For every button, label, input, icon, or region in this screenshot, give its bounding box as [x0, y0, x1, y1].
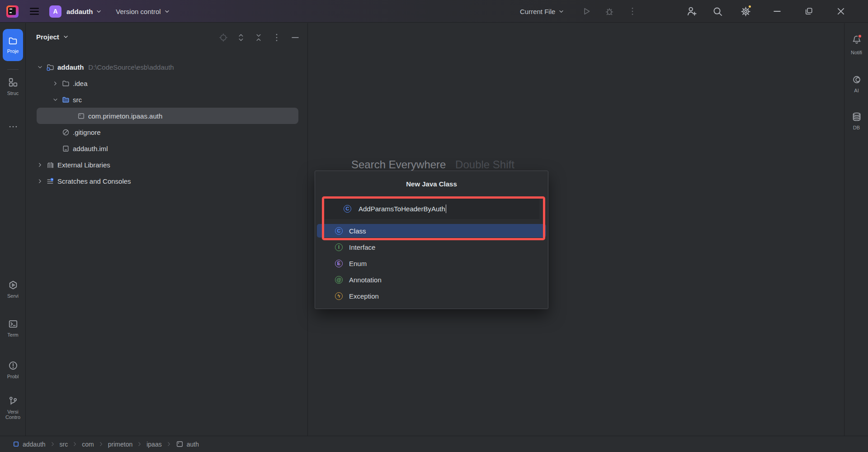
breadcrumb-label: src — [60, 441, 68, 448]
expand-all-icon[interactable] — [236, 33, 245, 42]
settings-icon[interactable] — [740, 6, 751, 17]
breadcrumb-label: auth — [187, 441, 199, 448]
breadcrumb-label: com — [82, 441, 94, 448]
toolwindow-stripe-item-project[interactable]: Proje — [3, 29, 23, 61]
toolwindow-stripe-item-more[interactable] — [0, 122, 26, 132]
chevron-down-icon[interactable] — [37, 63, 47, 71]
breadcrumb-item-primeton[interactable]: primeton — [108, 441, 132, 448]
debug-icon[interactable] — [604, 6, 615, 17]
project-toolwindow-header: Project — [26, 23, 307, 51]
problems-icon — [8, 361, 18, 371]
project-widget-button[interactable]: addauth — [61, 8, 102, 15]
kind-option-exception[interactable]: ϟException — [317, 289, 546, 303]
toolwindow-stripe-item-notifications[interactable]: Notifi — [844, 35, 868, 55]
select-opened-file-icon[interactable] — [219, 33, 228, 42]
text-cursor — [446, 205, 447, 213]
run-icon[interactable] — [581, 6, 592, 17]
tree-node-label: .gitignore — [73, 128, 101, 136]
breadcrumb-item-ipaas[interactable]: ipaas — [146, 441, 161, 448]
toolwindow-stripe-item-db[interactable]: DB — [844, 112, 868, 130]
project-toolwindow: Project addauthD:\CodeSource\esb\addauth… — [26, 23, 308, 436]
chevron-right-icon[interactable] — [37, 177, 47, 185]
breadcrumb-label: ipaas — [146, 441, 161, 448]
breadcrumb-item-src[interactable]: src — [60, 441, 68, 448]
tree-row-addauth.iml[interactable]: addauth.iml — [37, 140, 298, 157]
stripe-item-label: Versi Contro — [2, 409, 24, 420]
code-with-me-icon[interactable] — [686, 6, 697, 17]
kind-option-interface[interactable]: IInterface — [317, 240, 546, 254]
toolwindow-stripe-item-terminal[interactable]: Term — [0, 319, 26, 338]
chevron-down-icon[interactable] — [52, 96, 62, 103]
class-kind-list: CClassIInterfaceEEnum@AnnotationϟExcepti… — [317, 224, 546, 305]
run-configuration-selector[interactable]: Current File — [520, 0, 565, 23]
tree-row-External Libraries[interactable]: External Libraries — [37, 157, 298, 173]
class-icon: C — [344, 205, 351, 213]
scratches-icon — [47, 177, 57, 185]
tree-node-label: External Libraries — [57, 161, 110, 169]
collapse-all-icon[interactable] — [254, 33, 263, 42]
tree-row-Scratches and Consoles[interactable]: Scratches and Consoles — [37, 173, 298, 189]
class-name-input[interactable]: C AddParamsToHeaderByAuth — [325, 199, 539, 219]
package-icon — [176, 440, 184, 448]
chevron-right-icon[interactable] — [52, 80, 62, 87]
chevron-down-icon — [164, 8, 170, 15]
breadcrumb-separator-icon — [137, 441, 142, 447]
tree-indent — [67, 112, 77, 119]
stripe-item-label: Notifi — [851, 50, 862, 55]
project-widget-label: addauth — [66, 8, 93, 15]
kind-option-annotation[interactable]: @Annotation — [317, 273, 546, 286]
vcs-widget-button[interactable]: Version control — [102, 8, 170, 15]
toolwindow-options-icon[interactable] — [272, 33, 282, 43]
branch-icon — [8, 396, 18, 406]
toolwindow-stripe-item-services[interactable]: Servi — [0, 280, 26, 299]
chevron-right-icon[interactable] — [37, 161, 47, 168]
kind-option-enum[interactable]: EEnum — [317, 257, 546, 270]
module-icon — [13, 441, 19, 447]
tree-row-.idea[interactable]: .idea — [37, 75, 298, 91]
interface-icon: I — [335, 243, 343, 251]
titlebar-right — [857, 0, 868, 23]
breadcrumb-item-auth[interactable]: auth — [176, 440, 199, 448]
breadcrumb-item-addauth[interactable]: addauth — [13, 441, 46, 448]
kind-option-label: Annotation — [349, 276, 382, 284]
toolwindow-stripe-item-ai[interactable]: AI — [844, 75, 868, 93]
stripe-item-label: Probl — [7, 374, 19, 379]
structure-icon — [8, 77, 18, 87]
restore-window-icon[interactable] — [803, 6, 814, 17]
breadcrumb-item-com[interactable]: com — [82, 441, 94, 448]
tree-row-com.primeton.ipaas.auth[interactable]: com.primeton.ipaas.auth — [37, 108, 298, 124]
more-actions-icon[interactable] — [627, 6, 638, 17]
search-everywhere-icon[interactable] — [712, 6, 723, 17]
tree-row-.gitignore[interactable]: .gitignore — [37, 124, 298, 140]
stripe-item-label: Proje — [7, 48, 19, 54]
stripe-item-label: AI — [854, 88, 859, 93]
tree-node-label: src — [73, 96, 82, 104]
tree-row-src[interactable]: src — [37, 91, 298, 108]
project-toolwindow-title: Project — [36, 33, 59, 41]
hide-toolwindow-icon[interactable] — [290, 33, 300, 43]
notifications-icon-wrap — [852, 35, 862, 47]
breadcrumb: addauthsrccomprimetonipaasauth — [13, 440, 199, 448]
ai-icon — [852, 75, 862, 85]
shortcut-hint-keys: Double Shift — [455, 158, 514, 171]
more-icon — [8, 122, 18, 132]
stripe-item-label: DB — [853, 125, 860, 130]
tree-node-label: com.primeton.ipaas.auth — [88, 112, 162, 120]
breadcrumb-separator-icon — [98, 441, 104, 447]
tree-row-addauth[interactable]: addauthD:\CodeSource\esb\addauth — [37, 59, 298, 75]
chevron-down-icon — [62, 33, 69, 40]
stripe-item-label: Servi — [7, 293, 19, 299]
toolwindow-stripe-item-version-control[interactable]: Versi Contro — [0, 396, 26, 420]
folder-icon — [62, 80, 73, 87]
kind-option-class[interactable]: CClass — [317, 224, 546, 238]
left-toolwindow-stripe: ProjeStrucServiTermProblVersi Contro — [0, 23, 26, 436]
db-icon — [852, 112, 862, 122]
toolwindow-stripe-item-problems[interactable]: Probl — [0, 361, 26, 379]
toolwindow-stripe-item-structure[interactable]: Struc — [0, 77, 26, 96]
minimize-window-icon[interactable] — [772, 6, 783, 17]
close-window-icon[interactable] — [835, 6, 846, 17]
main-menu-icon[interactable] — [28, 5, 40, 17]
kind-option-label: Enum — [349, 260, 367, 267]
project-toolwindow-title-button[interactable]: Project — [36, 33, 69, 41]
project-tree: addauthD:\CodeSource\esb\addauth.ideasrc… — [26, 59, 307, 189]
